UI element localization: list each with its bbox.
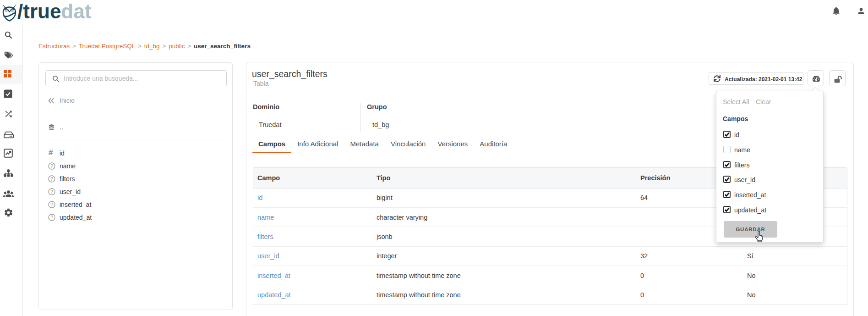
svg-text:?: ? (50, 202, 53, 207)
svg-text:?: ? (50, 215, 53, 220)
svg-text:?: ? (50, 189, 53, 194)
svg-text:?: ? (50, 177, 53, 182)
svg-text:?: ? (50, 164, 53, 169)
